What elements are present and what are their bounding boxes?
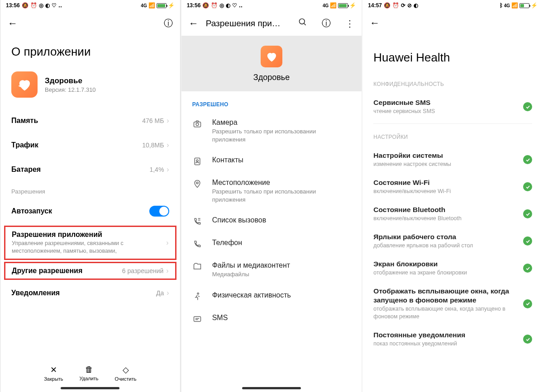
search-button[interactable] <box>298 18 307 29</box>
permission-row-calllog[interactable]: Список вызовов <box>181 210 362 232</box>
bluetooth-icon: ᛒ <box>500 3 503 8</box>
back-button[interactable]: ← <box>189 18 199 29</box>
status-time: 14:57 <box>368 2 382 9</box>
chevron-icon: › <box>167 117 169 125</box>
mute-icon: 🔕 <box>384 3 391 8</box>
battery-icon <box>157 3 167 8</box>
menu-button[interactable]: ⋮ <box>345 18 354 29</box>
privacy-section-label: КОНФИДЕНЦИАЛЬНОСТЬ <box>362 78 543 94</box>
nav-pill[interactable] <box>61 387 119 389</box>
row-app-permissions[interactable]: Разрешения приложений Управление разреше… <box>4 226 176 260</box>
help-button[interactable]: ⓘ <box>322 17 331 29</box>
privacy-list: Сервисные SMSчтение сервисных SMS <box>362 94 543 121</box>
status-bar: 14:57 🔕 ⏰ ⟳ ⊘ ◐ ᛒ 4G 📶 ⚡ <box>362 0 543 11</box>
camera-icon <box>192 119 202 128</box>
divider <box>373 123 532 124</box>
screen-app-info: 13:56 🔕 ⏰ ◎ ◐ ♡ ‥ 4G 📶 ⚡ ← ⓘ О приложени… <box>0 0 181 392</box>
app-permissions-sub: Управление разрешениями, связанными с ме… <box>12 240 166 255</box>
network-label: 4G <box>504 3 510 8</box>
setting-sub: включение/выключение Wi-Fi <box>373 188 518 195</box>
setting-row[interactable]: Настройки системыизменение настроек сист… <box>362 146 543 174</box>
nav-pill[interactable] <box>242 387 301 389</box>
check-icon <box>523 335 532 344</box>
more-icon: ‥ <box>239 3 243 8</box>
mute-icon: 🔕 <box>22 3 29 8</box>
battery-icon <box>338 3 348 8</box>
check-icon <box>523 299 532 308</box>
svg-point-9 <box>197 293 199 294</box>
check-icon <box>523 102 532 111</box>
close-button[interactable]: ✕Закрыть <box>44 365 63 382</box>
permission-row-sms[interactable]: SMS <box>181 307 362 330</box>
permission-row-camera[interactable]: КамераРазрешить только при использовании… <box>181 112 362 150</box>
setting-row[interactable]: Постоянные уведомленияпоказ постоянных у… <box>362 326 543 353</box>
check-icon <box>523 182 532 191</box>
notifications-label: Уведомления <box>11 289 156 297</box>
chevron-icon: › <box>167 165 169 174</box>
delete-button[interactable]: 🗑Удалить <box>80 365 99 382</box>
setting-row[interactable]: Отображать всплывающие окна, когда запущ… <box>362 282 543 326</box>
setting-title: Отображать всплывающие окна, когда запущ… <box>373 287 518 305</box>
close-icon: ✕ <box>50 365 57 375</box>
setting-row[interactable]: Экран блокировкиотображение на экране бл… <box>362 255 543 282</box>
setting-row[interactable]: Сервисные SMSчтение сервисных SMS <box>362 94 543 121</box>
permission-title: SMS <box>212 314 351 322</box>
row-other-permissions[interactable]: Другие разрешения 6 разрешений › <box>4 262 176 280</box>
permission-row-location[interactable]: МестоположениеРазрешить только при испол… <box>181 172 362 210</box>
mute-icon: 🔕 <box>202 3 209 8</box>
alarm-icon: ⏰ <box>30 3 37 8</box>
battery-value: 1,4% <box>149 166 164 173</box>
network-label: 4G <box>141 3 147 8</box>
svg-point-5 <box>196 160 198 161</box>
chevron-icon: › <box>166 267 168 275</box>
permission-sub: Медиафайлы <box>212 270 351 279</box>
network-label: 4G <box>323 3 329 8</box>
setting-sub: отображение на экране блокировки <box>373 269 518 277</box>
app-icon-2: ◐ <box>226 3 230 8</box>
signal-icon: 📶 <box>330 3 337 8</box>
permission-title: Камера <box>212 118 351 127</box>
autostart-toggle[interactable] <box>149 206 169 217</box>
setting-row[interactable]: Состояние Bluetoothвключение/выключение … <box>362 201 543 228</box>
row-memory[interactable]: Память 476 МБ › <box>0 109 180 133</box>
row-notifications[interactable]: Уведомления Да › <box>0 281 180 305</box>
svg-point-6 <box>196 182 198 184</box>
svg-line-1 <box>304 24 306 25</box>
row-battery[interactable]: Батарея 1,4% › <box>0 157 180 182</box>
permission-row-contacts[interactable]: Контакты <box>181 150 362 172</box>
eraser-icon: ◇ <box>123 365 129 375</box>
app-banner: Здоровье <box>181 36 362 91</box>
row-autostart[interactable]: Автозапуск <box>0 198 180 225</box>
alarm-icon: ⏰ <box>211 3 218 8</box>
phone-icon <box>192 240 202 249</box>
setting-row[interactable]: Состояние Wi-Fiвключение/выключение Wi-F… <box>362 174 543 201</box>
permission-title: Физическая активность <box>212 291 351 299</box>
signal-icon: 📶 <box>511 3 518 8</box>
setting-title: Сервисные SMS <box>373 98 518 107</box>
sync-icon: ⟳ <box>401 3 405 8</box>
activity-icon <box>192 292 202 301</box>
memory-value: 476 МБ <box>142 117 164 124</box>
permission-sub: Разрешить только при использовании прило… <box>212 188 351 203</box>
row-traffic[interactable]: Трафик 10,8МБ › <box>0 133 180 157</box>
header: ← ⓘ <box>0 11 180 36</box>
status-time: 13:56 <box>187 2 201 9</box>
setting-row[interactable]: Ярлыки рабочего столадобавление ярлыков … <box>362 228 543 255</box>
permission-title: Телефон <box>212 239 351 247</box>
permission-row-activity[interactable]: Физическая активность <box>181 285 362 307</box>
setting-sub: отображать всплывающие окна, когда запущ… <box>373 305 518 321</box>
info-button[interactable]: ⓘ <box>164 17 173 29</box>
back-button[interactable]: ← <box>8 18 18 29</box>
permission-title: Список вызовов <box>212 216 351 224</box>
app-name: Здоровье <box>45 76 96 85</box>
setting-sub: добавление ярлыков на рабочий стол <box>373 242 518 250</box>
permission-sub: Разрешить только при использовании прило… <box>212 128 351 143</box>
permission-row-files[interactable]: Файлы и медиаконтентМедиафайлы <box>181 255 362 285</box>
setting-title: Ярлыки рабочего стола <box>373 232 518 241</box>
permission-row-phone[interactable]: Телефон <box>181 232 362 255</box>
charging-icon: ⚡ <box>531 3 538 8</box>
status-bar: 13:56 🔕 ⏰ ◎ ◐ ♡ ‥ 4G 📶 ⚡ <box>181 0 362 11</box>
clear-button[interactable]: ◇Очистить <box>115 365 137 382</box>
back-button[interactable]: ← <box>370 17 380 29</box>
other-permissions-value: 6 разрешений <box>122 267 163 274</box>
